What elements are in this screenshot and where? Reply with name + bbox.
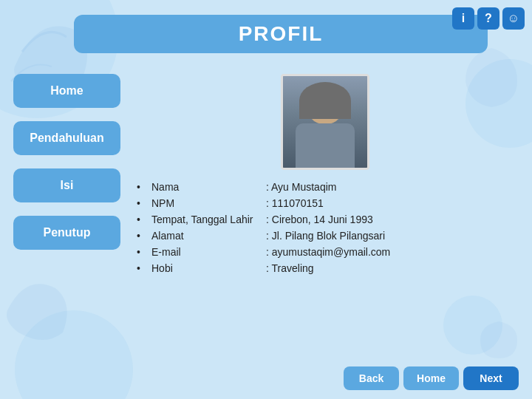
sidebar-item-pendahuluan[interactable]: Pendahuluan [13,121,120,155]
profile-info: • Nama : Ayu Mustaqim • NPM : 111070151 … [129,177,521,282]
sidebar-item-isi[interactable]: Isi [13,168,120,202]
sidebar-item-home[interactable]: Home [13,74,120,108]
label-npm: NPM [151,197,266,209]
value-alamat: : Jl. Pilang Blok Pilangsari [266,230,514,242]
label-email: E-mail [151,246,266,258]
label-hobi: Hobi [151,262,266,274]
top-icon-bar: i ? ☺ [452,7,525,30]
label-nama: Nama [151,181,266,193]
info-row-alamat: • Alamat : Jl. Pilang Blok Pilangsari [137,230,514,242]
user-icon-button[interactable]: ☺ [502,7,525,30]
info-row-nama: • Nama : Ayu Mustaqim [137,181,514,193]
label-alamat: Alamat [151,230,266,242]
bg-circle-2 [15,310,133,399]
back-button[interactable]: Back [344,366,399,390]
bottom-nav: Back Home Next [344,366,519,390]
info-row-npm: • NPM : 111070151 [137,197,514,209]
label-ttl: Tempat, Tanggal Lahir [151,214,266,225]
page-title: PROFIL [74,15,488,53]
bullet-email: • [137,246,151,258]
sidebar-item-penutup[interactable]: Penutup [13,216,120,250]
value-ttl: : Cirebon, 14 Juni 1993 [266,214,514,225]
value-hobi: : Traveling [266,262,514,274]
bullet-ttl: • [137,214,151,225]
next-button[interactable]: Next [463,366,519,390]
profile-photo [281,74,369,170]
bullet-nama: • [137,181,151,193]
bullet-alamat: • [137,230,151,242]
bullet-hobi: • [137,262,151,274]
info-icon-button[interactable]: i [452,7,474,30]
info-row-hobi: • Hobi : Traveling [137,262,514,274]
help-icon-button[interactable]: ? [477,7,499,30]
value-nama: : Ayu Mustaqim [266,181,514,193]
info-row-ttl: • Tempat, Tanggal Lahir : Cirebon, 14 Ju… [137,214,514,225]
home-button[interactable]: Home [403,366,459,390]
value-email: : ayumustaqim@ymail.com [266,246,514,258]
main-content: • Nama : Ayu Mustaqim • NPM : 111070151 … [129,66,521,355]
sidebar: Home Pendahuluan Isi Penutup [13,74,120,250]
info-row-email: • E-mail : ayumustaqim@ymail.com [137,246,514,258]
bullet-npm: • [137,197,151,209]
value-npm: : 111070151 [266,197,514,209]
